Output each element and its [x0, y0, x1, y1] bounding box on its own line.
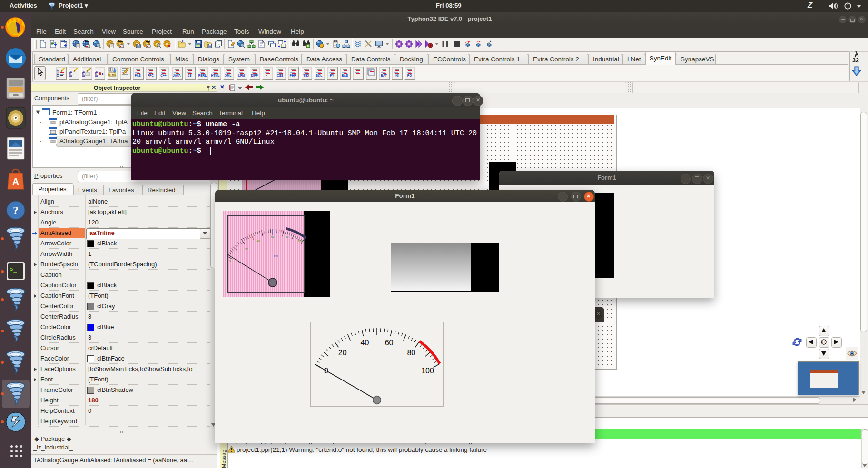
svg-text:>_: >_ — [10, 267, 17, 273]
svg-text:SYN: SYN — [69, 70, 72, 77]
svg-text:CSS: CSS — [277, 74, 284, 77]
svg-text:HTML: HTML — [108, 73, 116, 76]
svg-text:JAVA: JAVA — [173, 74, 181, 77]
svg-text:A: A — [12, 176, 19, 187]
svg-text:SYN: SYN — [95, 70, 98, 77]
svg-text:40: 40 — [257, 240, 260, 243]
svg-text:PO: PO — [407, 74, 412, 77]
svg-text:C: C — [822, 340, 825, 344]
svg-text:EDIT: EDIT — [56, 69, 59, 77]
svg-text:20: 20 — [338, 349, 347, 357]
svg-text:TEX: TEX — [303, 74, 309, 77]
svg-text:60: 60 — [385, 339, 394, 347]
svg-text:40: 40 — [361, 339, 369, 347]
svg-text:?: ? — [13, 204, 19, 216]
svg-text:100: 100 — [298, 240, 303, 243]
svg-text:INI: INI — [395, 74, 399, 77]
svg-text:100: 100 — [421, 367, 434, 375]
svg-text:BAT: BAT — [381, 74, 387, 77]
svg-text:SYN: SYN — [82, 70, 85, 77]
svg-text:20: 20 — [245, 248, 248, 251]
svg-text:XML: XML — [225, 74, 232, 77]
svg-text:HTML: HTML — [211, 74, 220, 77]
svg-text:PERL: PERL — [198, 74, 207, 77]
svg-text:JS: JS — [187, 74, 192, 77]
svg-text:PY: PY — [330, 74, 334, 77]
svg-text:B: B — [307, 44, 309, 48]
svg-text:80: 80 — [286, 235, 289, 238]
svg-text:PHP: PHP — [290, 74, 296, 77]
svg-text:SQL: SQL — [316, 74, 322, 77]
svg-text:S: S — [109, 68, 112, 71]
svg-text:C++: C++ — [161, 74, 167, 77]
svg-text:DIFF: DIFF — [251, 74, 257, 77]
svg-text:80: 80 — [407, 349, 415, 357]
svg-text:m/s: m/s — [274, 254, 278, 257]
svg-text:60: 60 — [271, 235, 275, 238]
svg-text:FPC: FPC — [148, 74, 154, 77]
svg-text:BAS: BAS — [342, 74, 348, 77]
svg-text:>_: >_ — [266, 74, 269, 77]
svg-text:PAS: PAS — [135, 74, 141, 77]
svg-text:LFM: LFM — [238, 74, 244, 77]
